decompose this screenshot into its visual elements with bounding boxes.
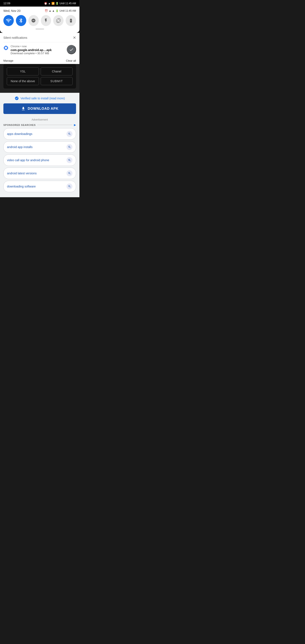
search-icon-3 [66,170,72,176]
notif-app-name: Chrome [10,45,20,48]
sponsored-header: SPONSORED SEARCHES ▶ [4,123,76,126]
sponsored-label: SPONSORED SEARCHES [4,124,36,126]
silent-notifications-panel: Silent notifications ✕ Chrome • now com.… [0,33,80,58]
rotate-tile[interactable] [53,15,64,26]
dnd-tile[interactable] [28,15,39,26]
notification-bottom-bar: Manage Clear all [0,58,80,64]
search-text-2: video call app for android phone [7,158,49,162]
notif-download-title: com.google.android.ap....apk [10,48,64,52]
search-text-0: apps downloadings [7,132,32,136]
battery-saver-tile[interactable] [66,15,76,26]
qs-battery-text: Until 11:45 AM [60,9,76,12]
wifi-status-icon: ▲ [48,2,50,5]
qs-battery-icon: 🔋 [56,9,59,12]
date-label: Wed, Nov 20 [4,9,20,12]
search-item-4[interactable]: downloading software [4,181,76,192]
battery-icon: 🔋 [56,2,59,5]
quick-tiles-row [4,15,76,26]
battery-label: Until 11:45 AM [60,2,76,5]
sponsored-info-icon: ▶ [74,123,76,126]
notif-download-sub: Download complete • 30.57 MB [10,52,64,55]
search-item-3[interactable]: android latest versions [4,168,76,179]
notif-time: now [22,45,27,48]
quiz-box: YSL Chanel None of the above SUBMIT [4,64,76,88]
search-icon-2 [66,157,72,163]
chrome-icon [4,45,8,51]
quick-settings-panel: Wed, Nov 20 ⏰ ▲ ▲ 🔋 Until 11:45 AM [0,6,80,33]
flashlight-tile[interactable] [41,15,51,26]
qs-wifi-icon: ▲ [49,9,51,12]
bluetooth-tile[interactable] [16,15,26,26]
manage-button[interactable]: Manage [4,59,13,62]
wifi-tile[interactable] [4,15,14,26]
notif-separator: • [20,45,22,48]
drag-handle [36,28,44,30]
quick-settings-date-row: Wed, Nov 20 ⏰ ▲ ▲ 🔋 Until 11:45 AM [4,9,76,12]
search-icon-1 [66,144,72,150]
notif-action-button[interactable] [67,45,76,54]
verified-icon [14,96,19,100]
quiz-submit-button[interactable]: SUBMIT [41,77,73,85]
signal-icon: 📶 [52,2,55,5]
search-icon-4 [66,184,72,190]
alarm-icon: ⏰ [44,2,47,5]
time: 12:09 [4,2,10,5]
search-icon-0 [66,131,72,137]
search-item-2[interactable]: video call app for android phone [4,154,76,166]
download-apk-button[interactable]: DOWNLOAD APK [4,104,76,114]
verified-row: Verified safe to install (read more) [4,96,76,100]
qs-signal-icon: ▲ [52,9,55,12]
svg-point-1 [5,47,7,49]
notification-row: Chrome • now com.google.android.ap....ap… [4,45,76,55]
status-bar: 12:09 ⏰ ▲ 📶 🔋 Until 11:45 AM [0,0,80,6]
search-item-1[interactable]: android app installs [4,141,76,153]
quiz-option-ysl[interactable]: YSL [7,67,39,76]
quiz-option-none[interactable]: None of the above [7,77,39,85]
status-icons: ⏰ ▲ 📶 🔋 Until 11:45 AM [44,2,76,5]
advertisement-label: Advertisement [4,118,76,121]
quiz-option-chanel[interactable]: Chanel [41,67,73,76]
qs-status-icons: ⏰ ▲ ▲ 🔋 Until 11:45 AM [45,9,76,12]
silent-notifications-title: Silent notifications [4,36,27,40]
search-text-3: android latest versions [7,172,37,175]
close-notifications-button[interactable]: ✕ [73,36,76,40]
sponsored-divider [37,125,72,125]
download-btn-label: DOWNLOAD APK [28,107,59,110]
search-text-4: downloading software [7,185,36,188]
clear-all-button[interactable]: Clear all [66,59,76,62]
notification-content: Chrome • now com.google.android.ap....ap… [10,45,64,55]
notif-app-line: Chrome • now [10,45,64,48]
download-icon [21,106,26,111]
silent-notifications-header: Silent notifications ✕ [4,36,76,42]
search-text-1: android app installs [7,145,32,149]
background-content: YSL Chanel None of the above SUBMIT [0,64,80,93]
verified-text: Verified safe to install (read more) [20,96,65,100]
main-page: Verified safe to install (read more) DOW… [0,93,80,197]
qs-alarm-icon: ⏰ [45,9,48,12]
search-item-0[interactable]: apps downloadings [4,128,76,140]
